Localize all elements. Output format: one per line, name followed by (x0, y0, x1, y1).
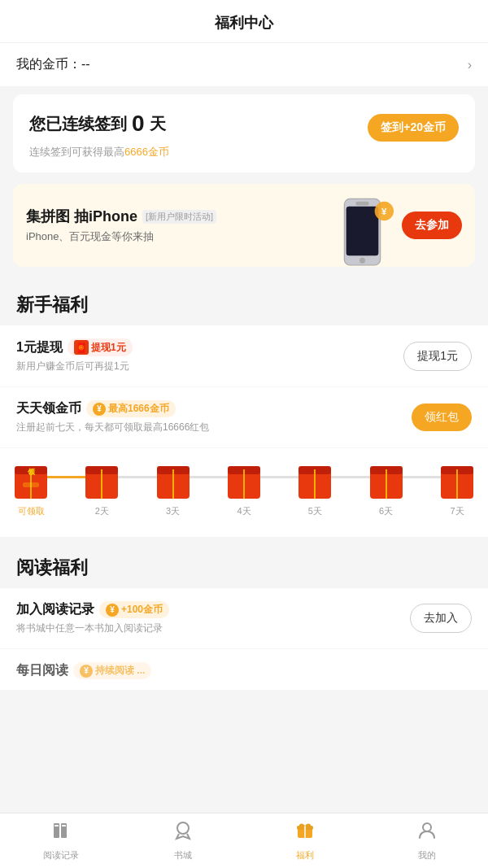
signin-title: 您已连续签到 0 天 (29, 111, 166, 137)
svg-point-3 (359, 258, 365, 264)
newbie-benefit-section: 1元提现 🧧 提现1元 新用户赚金币后可再提1元 提现1元 天天领金币 ¥ 最高… (0, 325, 488, 538)
benefit-item-left-2: 天天领金币 ¥ 最高1666金币 注册起前七天，每天都可领取最高16666红包 (16, 400, 209, 434)
iphone-join-button[interactable]: 去参加 (402, 212, 462, 239)
iphone-card-title: 集拼图 抽iPhone [新用户限时活动] (26, 207, 216, 226)
nav-label-mine: 我的 (418, 849, 436, 861)
nav-label-bookstore: 书城 (174, 849, 192, 861)
rp-icon-5 (368, 458, 404, 502)
rp-items-container: 领 可领取 (13, 458, 475, 517)
rp-icon-3 (226, 458, 262, 502)
page-title: 福利中心 (215, 15, 273, 31)
benefit-badge-text-1: 提现1元 (91, 341, 126, 355)
signin-title-row: 您已连续签到 0 天 签到+20金币 (29, 111, 459, 145)
benefit-item-left-1: 1元提现 🧧 提现1元 新用户赚金币后可再提1元 (16, 338, 133, 373)
rp-item-0[interactable]: 领 可领取 (13, 458, 49, 517)
signin-suffix: 天 (150, 113, 166, 135)
benefit-title-1: 1元提现 🧧 提现1元 (16, 338, 133, 356)
scroll-content: 我的金币：-- › 您已连续签到 0 天 签到+20金币 连续签到可获得最高66… (0, 43, 488, 755)
svg-rect-32 (62, 825, 66, 827)
coin-icon-reading-2: ¥ (80, 665, 93, 678)
svg-rect-31 (54, 825, 59, 827)
svg-point-37 (423, 823, 431, 831)
bottom-nav: 阅读记录 书城 福利 我的 (0, 813, 488, 868)
signin-subtitle: 连续签到可获得最高6666金币 (29, 145, 459, 159)
rp-item-4[interactable]: 5天 (297, 458, 333, 517)
rp-label-4: 5天 (308, 505, 322, 517)
benefit-item-reading-2: 每日阅读 ¥ 持续阅读 ... (0, 649, 488, 690)
rp-item-1[interactable]: 2天 (84, 458, 120, 517)
nav-item-mine[interactable]: 我的 (366, 820, 488, 861)
rp-item-2[interactable]: 3天 (155, 458, 191, 517)
nav-item-welfare[interactable]: 福利 (244, 820, 366, 861)
rp-label-1: 2天 (95, 505, 109, 517)
benefit-sub-2: 注册起前七天，每天都可领取最高16666红包 (16, 421, 209, 434)
reading-benefit-badge-1: ¥ +100金币 (99, 601, 169, 618)
iphone-card-right: ¥ 去参加 (337, 197, 462, 254)
svg-rect-2 (355, 202, 368, 206)
benefit-title-2: 天天领金币 ¥ 最高1666金币 (16, 400, 209, 417)
nav-icon-mine (416, 820, 438, 846)
withdraw-button[interactable]: 提现1元 (403, 342, 472, 371)
svg-rect-10 (23, 482, 39, 487)
rp-item-6[interactable]: 7天 (439, 458, 475, 517)
newbie-section-title: 新手福利 (0, 283, 488, 325)
signin-subtitle-prefix: 连续签到可获得最高 (29, 146, 124, 158)
iphone-card-left: 集拼图 抽iPhone [新用户限时活动] iPhone、百元现金等你来抽 (26, 207, 216, 244)
signin-button[interactable]: 签到+20金币 (368, 114, 459, 142)
nav-icon-welfare (294, 820, 316, 846)
benefit-badge-1: 🧧 提现1元 (68, 338, 133, 356)
benefit-item-daily: 天天领金币 ¥ 最高1666金币 注册起前七天，每天都可领取最高16666红包 … (0, 387, 488, 448)
benefit-item-reading-left-2: 每日阅读 ¥ 持续阅读 ... (16, 662, 151, 683)
nav-icon-bookstore (172, 820, 194, 846)
iphone-image: ¥ (337, 197, 394, 254)
rp-label-5: 6天 (379, 505, 393, 517)
signin-count: 0 (132, 111, 145, 137)
benefit-item-reading-left-1: 加入阅读记录 ¥ +100金币 将书城中任意一本书加入阅读记录 (16, 601, 169, 635)
rp-item-5[interactable]: 6天 (368, 458, 404, 517)
reading-benefit-title-1: 加入阅读记录 ¥ +100金币 (16, 601, 169, 618)
nav-label-welfare: 福利 (296, 849, 314, 861)
nav-item-reading[interactable]: 阅读记录 (0, 820, 122, 861)
rp-label-6: 7天 (450, 505, 464, 517)
iphone-card: 集拼图 抽iPhone [新用户限时活动] iPhone、百元现金等你来抽 (13, 184, 475, 267)
red-packet-button[interactable]: 领红包 (412, 403, 472, 431)
benefit-name-2: 天天领金币 (16, 400, 81, 417)
nav-icon-reading (50, 820, 72, 846)
rp-icon-2 (155, 458, 191, 502)
rp-icon-6 (439, 458, 475, 502)
bag-icon: 🧧 (74, 340, 89, 355)
benefit-item-withdraw: 1元提现 🧧 提现1元 新用户赚金币后可再提1元 提现1元 (0, 325, 488, 387)
nav-label-reading: 阅读记录 (43, 849, 79, 861)
reading-join-button[interactable]: 去加入 (410, 604, 472, 633)
benefit-badge-text-2: 最高1666金币 (108, 402, 169, 416)
page-header: 福利中心 (0, 0, 488, 43)
coin-icon-reading-1: ¥ (106, 604, 119, 617)
rp-label-2: 3天 (166, 505, 180, 517)
coins-row[interactable]: 我的金币：-- › (0, 43, 488, 86)
signin-subtitle-highlight: 6666金币 (124, 146, 169, 158)
red-packet-row: 领 可领取 (0, 448, 488, 538)
reading-section-title: 阅读福利 (0, 546, 488, 588)
rp-icon-1 (84, 458, 120, 502)
rp-icon-0: 领 (13, 458, 49, 502)
coins-label: 我的金币：-- (16, 56, 90, 73)
nav-item-bookstore[interactable]: 书城 (122, 820, 244, 861)
svg-point-33 (177, 822, 189, 834)
rp-item-3[interactable]: 4天 (226, 458, 262, 517)
coin-icon-2: ¥ (93, 403, 106, 416)
reading-benefit-sub-1: 将书城中任意一本书加入阅读记录 (16, 622, 169, 635)
benefit-name-1: 1元提现 (16, 339, 63, 356)
reading-benefit-name-2: 每日阅读 (16, 662, 68, 679)
signin-prefix: 您已连续签到 (29, 113, 127, 135)
reading-benefit-badge-text-2: 持续阅读 ... (95, 664, 145, 678)
reading-benefit-section: 加入阅读记录 ¥ +100金币 将书城中任意一本书加入阅读记录 去加入 每日阅读… (0, 588, 488, 690)
chevron-right-icon: › (468, 58, 472, 72)
rp-label-3: 4天 (237, 505, 251, 517)
reading-benefit-badge-2: ¥ 持续阅读 ... (73, 662, 151, 679)
reading-benefit-badge-text-1: +100金币 (121, 603, 163, 617)
benefit-badge-2: ¥ 最高1666金币 (86, 400, 176, 417)
iphone-title-main: 集拼图 抽iPhone (26, 207, 137, 226)
svg-text:¥: ¥ (381, 206, 387, 216)
signin-card: 您已连续签到 0 天 签到+20金币 连续签到可获得最高6666金币 (13, 94, 475, 172)
iphone-card-subtitle: iPhone、百元现金等你来抽 (26, 229, 216, 244)
